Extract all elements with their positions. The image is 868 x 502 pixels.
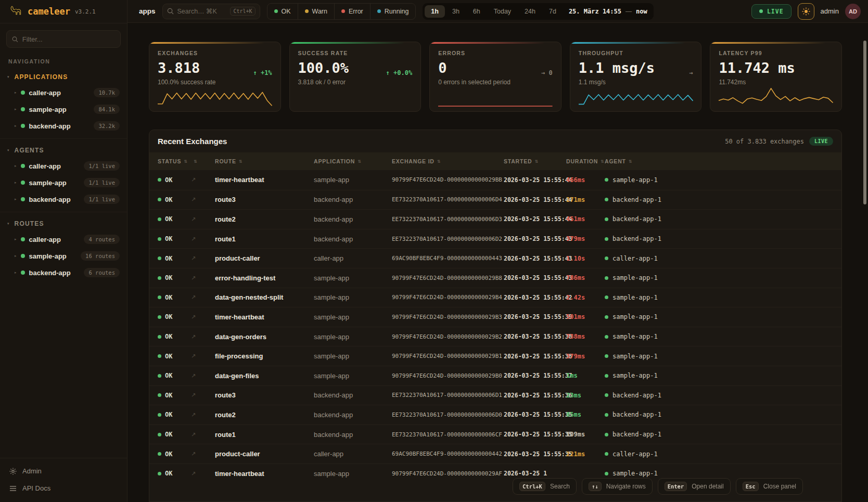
chevron-right-icon: ▸ bbox=[15, 164, 17, 168]
exchange-id-cell: EE7322370A10617-00000000000006D2 bbox=[392, 236, 504, 242]
started-cell: 2026-03-25 15:55:36 bbox=[504, 392, 566, 399]
route-cell: data-gen-nested-split bbox=[215, 293, 314, 301]
stat-card-errors: ERRORS 0 → 0 0 errors in selected period bbox=[429, 42, 561, 112]
application-cell: backend-app bbox=[314, 411, 392, 419]
sort-icon: ⇅ bbox=[239, 159, 243, 164]
table-row[interactable]: OK ↗ route2 backend-app EE7322370A10617-… bbox=[149, 405, 841, 424]
sidebar-item-sample-app[interactable]: ▸ sample-app 16 routes bbox=[0, 248, 127, 264]
started-cell: 2026-03-25 15:55:35 bbox=[504, 450, 566, 458]
table-row[interactable]: OK ↗ route1 backend-app EE7322370A10617-… bbox=[149, 424, 841, 444]
agent-cell: backend-app-1 bbox=[612, 196, 661, 203]
status-cell: OK bbox=[165, 255, 172, 262]
theme-toggle-button[interactable] bbox=[798, 3, 814, 20]
scrollbar[interactable] bbox=[863, 41, 866, 204]
sidebar-item-caller-app[interactable]: ▸ caller-app 1/1 live bbox=[0, 158, 127, 174]
status-dot bbox=[377, 9, 381, 13]
col-header-started[interactable]: STARTED⇅ bbox=[504, 158, 566, 164]
sidebar-item-caller-app[interactable]: ▸ caller-app 10.7k bbox=[0, 84, 127, 101]
time-range-7d[interactable]: 7d bbox=[543, 5, 563, 18]
count-badge: 32.2k bbox=[94, 121, 120, 131]
status-cell: OK bbox=[165, 431, 172, 438]
col-header-status[interactable]: STATUS⇅ bbox=[158, 158, 191, 164]
status-cell: OK bbox=[165, 450, 172, 458]
time-range-1h[interactable]: 1h bbox=[425, 5, 445, 18]
time-range-group: 1h3h6hToday24h7d 25. März 14:55 — now bbox=[423, 3, 653, 20]
table-row[interactable]: OK ↗ data-gen-files sample-app 90799F47E… bbox=[149, 366, 841, 385]
duration-cell: 786ms bbox=[566, 274, 605, 281]
table-row[interactable]: OK ↗ route2 backend-app EE7322370A10617-… bbox=[149, 209, 841, 229]
table-row[interactable]: OK ↗ error-handling-test sample-app 9079… bbox=[149, 268, 841, 288]
sidebar-item-sample-app[interactable]: ▸ sample-app 1/1 live bbox=[0, 174, 127, 191]
col-header-application[interactable]: APPLICATION⇅ bbox=[314, 158, 392, 164]
sidebar-item-sample-app[interactable]: ▸ sample-app 84.1k bbox=[0, 101, 127, 118]
nav-group-header[interactable]: ▾ ROUTES bbox=[0, 216, 127, 231]
table-row[interactable]: OK ↗ file-processing sample-app 90799F47… bbox=[149, 346, 841, 366]
table-row[interactable]: OK ↗ product-caller caller-app 69AC90BF8… bbox=[149, 248, 841, 268]
status-filter-ok[interactable]: OK bbox=[267, 4, 298, 19]
exchange-id-cell: 90799F47E6CD24D-00000000000029B8 bbox=[392, 275, 504, 281]
duration-cell: 109ms bbox=[566, 431, 605, 438]
stat-subtext: 1.1 msg/s bbox=[579, 79, 693, 86]
agent-status-dot bbox=[605, 295, 608, 299]
nav-group-header[interactable]: ▾ APPLICATIONS bbox=[0, 70, 127, 84]
sidebar-item-backend-app[interactable]: ▸ backend-app 1/1 live bbox=[0, 191, 127, 208]
exchange-id-cell: EE7322370A10617-00000000000006D0 bbox=[392, 411, 504, 418]
avatar[interactable]: AD bbox=[845, 4, 861, 19]
table-row[interactable]: OK ↗ data-gen-orders sample-app 90799F47… bbox=[149, 327, 841, 346]
exchange-id-cell: 90799F47E6CD24D-00000000000029B2 bbox=[392, 333, 504, 340]
trend-icon: ↗ bbox=[191, 431, 215, 438]
application-cell: backend-app bbox=[314, 431, 392, 439]
filter-input[interactable] bbox=[22, 35, 115, 43]
time-range-today[interactable]: Today bbox=[488, 5, 517, 18]
status-filter-error[interactable]: Error bbox=[334, 4, 370, 19]
status-cell: OK bbox=[165, 333, 172, 340]
table-row[interactable]: OK ↗ timer-heartbeat sample-app 90799F47… bbox=[149, 307, 841, 327]
trend-icon: ↗ bbox=[191, 450, 215, 457]
global-search[interactable]: Search… ⌘K Ctrl+K bbox=[162, 4, 260, 19]
time-range-3h[interactable]: 3h bbox=[446, 5, 466, 18]
live-toggle-button[interactable]: LIVE bbox=[751, 4, 792, 19]
sidebar-item-backend-app[interactable]: ▸ backend-app 6 routes bbox=[0, 264, 127, 281]
chevron-right-icon: ▸ bbox=[15, 254, 17, 258]
status-filter-warn[interactable]: Warn bbox=[298, 4, 334, 19]
col-header-route[interactable]: ROUTE⇅ bbox=[215, 158, 314, 164]
status-filter-label: OK bbox=[282, 8, 291, 15]
ok-status-dot bbox=[158, 276, 161, 280]
table-row[interactable]: OK ↗ data-gen-nested-split sample-app 90… bbox=[149, 288, 841, 307]
date-to: now bbox=[636, 8, 647, 15]
status-filter-running[interactable]: Running bbox=[370, 4, 416, 19]
sidebar-filter[interactable] bbox=[6, 30, 121, 48]
sidebar-item-label: caller-app bbox=[29, 236, 80, 243]
table-row[interactable]: OK ↗ route3 backend-app EE7322370A10617-… bbox=[149, 385, 841, 405]
table-row[interactable]: OK ↗ route1 backend-app EE7322370A10617-… bbox=[149, 229, 841, 249]
agent-status-dot bbox=[605, 335, 608, 339]
sidebar-item-caller-app[interactable]: ▸ caller-app 4 routes bbox=[0, 231, 127, 248]
logo-row[interactable]: cameleer v3.2.1 bbox=[0, 0, 127, 23]
col-header-duration[interactable]: DURATION⇅ bbox=[566, 158, 605, 164]
date-range[interactable]: 25. März 14:55 — now bbox=[569, 8, 647, 15]
status-dot bbox=[21, 181, 25, 185]
stat-value: 1.1 msg/s bbox=[579, 60, 693, 76]
table-row[interactable]: OK ↗ timer-heartbeat sample-app 90799F47… bbox=[149, 170, 841, 190]
stat-label: LATENCY P99 bbox=[719, 50, 833, 56]
col-header-trend[interactable]: ⇅ bbox=[191, 159, 215, 164]
hint-label: Close panel bbox=[763, 483, 796, 490]
topbar: apps Search… ⌘K Ctrl+K OK Warn Error Run… bbox=[127, 0, 868, 23]
sidebar-item-backend-app[interactable]: ▸ backend-app 32.2k bbox=[0, 118, 127, 134]
sidebar-item-admin[interactable]: Admin bbox=[0, 462, 127, 480]
nav-group-header[interactable]: ▾ AGENTS bbox=[0, 143, 127, 158]
table-row[interactable]: OK ↗ product-caller caller-app 69AC90BF8… bbox=[149, 444, 841, 464]
col-header-exchange-id[interactable]: EXCHANGE ID⇅ bbox=[392, 158, 504, 164]
hint-label: Search bbox=[550, 483, 570, 490]
started-cell: 2026-03-25 1 bbox=[504, 470, 566, 477]
time-range-6h[interactable]: 6h bbox=[467, 5, 487, 18]
col-header-agent[interactable]: AGENT⇅ bbox=[605, 158, 833, 164]
sort-icon: ⇅ bbox=[601, 159, 605, 164]
hint-key: Esc bbox=[743, 482, 759, 491]
time-range-24h[interactable]: 24h bbox=[518, 5, 542, 18]
table-row[interactable]: OK ↗ route3 backend-app EE7322370A10617-… bbox=[149, 190, 841, 210]
ok-status-dot bbox=[158, 433, 161, 436]
status-cell: OK bbox=[165, 215, 172, 223]
agent-status-dot bbox=[605, 178, 608, 182]
sidebar-item-api-docs[interactable]: API Docs bbox=[0, 480, 127, 497]
